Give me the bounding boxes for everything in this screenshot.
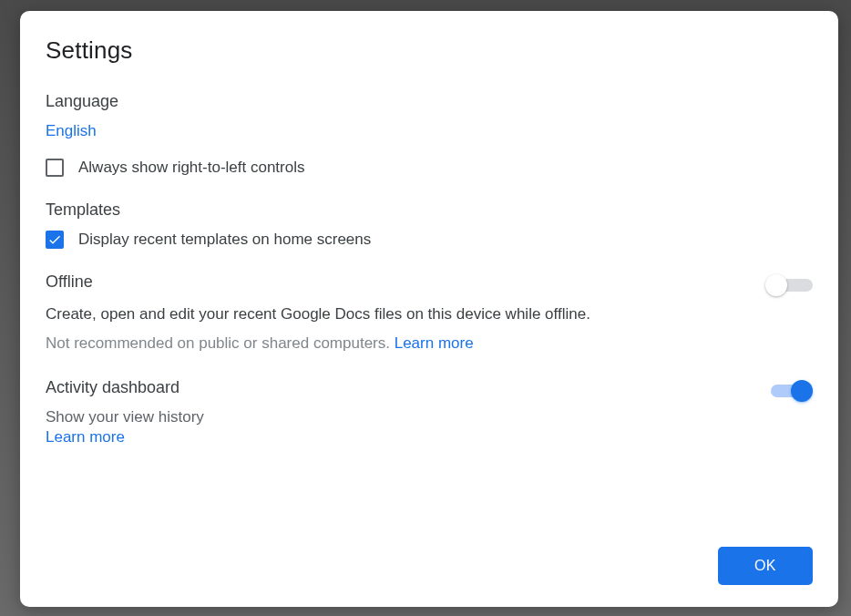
offline-warning-line: Not recommended on public or shared comp… (46, 332, 765, 355)
templates-section: Templates Display recent templates on ho… (46, 200, 813, 249)
activity-learn-more-link[interactable]: Learn more (46, 428, 125, 447)
offline-toggle[interactable] (765, 274, 813, 296)
language-current-link[interactable]: English (46, 122, 97, 140)
settings-modal: Settings Language English Always show ri… (20, 11, 838, 607)
templates-checkbox-label: Display recent templates on home screens (78, 231, 371, 249)
offline-learn-more-link[interactable]: Learn more (395, 332, 474, 355)
offline-warning: Not recommended on public or shared comp… (46, 334, 395, 352)
language-heading: Language (46, 92, 813, 111)
offline-section: Offline Create, open and edit your recen… (46, 272, 813, 354)
modal-footer: OK (46, 547, 813, 585)
activity-sub: Show your view history (46, 408, 765, 426)
toggle-thumb (791, 380, 813, 402)
checkmark-icon (47, 232, 62, 247)
templates-checkbox-row: Display recent templates on home screens (46, 231, 813, 249)
activity-section: Activity dashboard Show your view histor… (46, 378, 813, 447)
ok-button[interactable]: OK (718, 547, 813, 585)
offline-description: Create, open and edit your recent Google… (46, 303, 765, 326)
activity-heading: Activity dashboard (46, 378, 765, 397)
rtl-checkbox-label: Always show right-to-left controls (78, 159, 304, 177)
language-section: Language English Always show right-to-le… (46, 92, 813, 177)
templates-checkbox[interactable] (46, 231, 64, 249)
modal-title: Settings (46, 36, 813, 65)
offline-heading: Offline (46, 272, 765, 292)
activity-toggle[interactable] (765, 380, 813, 402)
toggle-thumb (765, 274, 787, 296)
templates-heading: Templates (46, 200, 813, 220)
rtl-checkbox-row: Always show right-to-left controls (46, 159, 813, 177)
rtl-checkbox[interactable] (46, 159, 64, 177)
